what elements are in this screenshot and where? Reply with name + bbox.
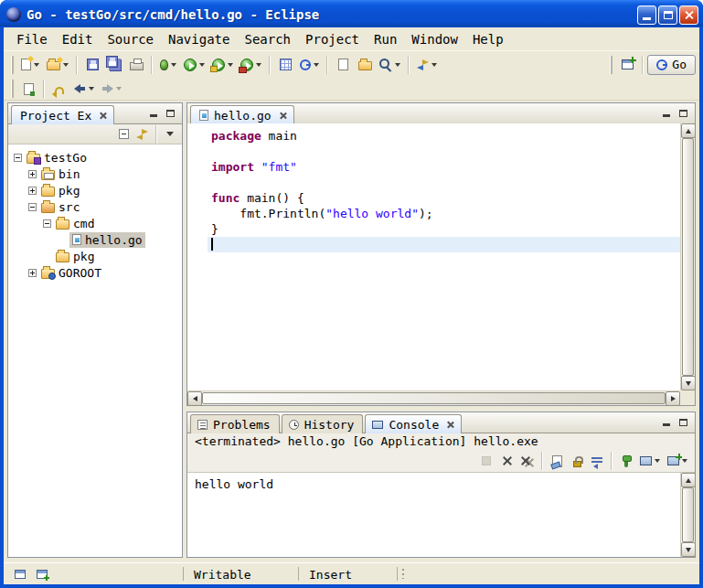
tab-hello-go[interactable]: hello.go — [190, 105, 294, 124]
tab-history[interactable]: History — [282, 414, 364, 433]
team-sync-button[interactable] — [413, 54, 441, 76]
toolbar-grip[interactable] — [11, 56, 14, 74]
minimize-view-button[interactable] — [145, 106, 161, 120]
new-go-app-button[interactable] — [274, 54, 296, 76]
display-console-button[interactable] — [636, 451, 664, 471]
collapse-all-button[interactable] — [114, 125, 133, 144]
tree-item-bin[interactable]: bin — [8, 166, 182, 182]
save-all-button[interactable] — [103, 54, 125, 76]
tab-problems[interactable]: Problems — [190, 414, 280, 433]
tab-console[interactable]: Console — [365, 414, 462, 433]
titlebar[interactable]: Go - testGo/src/cmd/hello.go - Eclipse — [0, 0, 703, 27]
external-tools-button[interactable] — [237, 54, 265, 76]
maximize-view-button[interactable] — [676, 106, 691, 120]
toolbar-grip[interactable] — [11, 80, 14, 98]
maximize-view-button[interactable] — [676, 415, 691, 429]
save-button[interactable] — [81, 54, 103, 76]
editor-vscrollbar[interactable] — [680, 123, 695, 390]
tree-item-goroot[interactable]: GOROOT — [8, 264, 182, 281]
remove-launch-button[interactable] — [496, 451, 517, 471]
scroll-lock-button[interactable] — [567, 451, 587, 471]
maximize-view-icon — [679, 419, 687, 426]
remove-all-launches-button[interactable] — [517, 451, 538, 471]
tree-expander-icon[interactable] — [28, 269, 37, 277]
close-tab-icon[interactable] — [279, 112, 287, 120]
run-last-button[interactable] — [208, 54, 237, 76]
tree-item-content: bin — [40, 166, 82, 182]
code-token: func — [211, 191, 240, 205]
code-line: func main() { — [208, 190, 680, 206]
tree-expander-icon[interactable] — [14, 154, 22, 162]
tab-project-explorer[interactable]: Project Ex — [11, 105, 114, 124]
menu-item-project[interactable]: Project — [298, 30, 367, 48]
open-folder-button[interactable] — [354, 54, 376, 76]
editor-hscrollbar[interactable] — [187, 390, 680, 405]
open-perspective-button[interactable] — [616, 54, 638, 76]
minimize-window-button[interactable] — [637, 5, 656, 25]
goclipse-button[interactable] — [296, 54, 323, 76]
close-tab-icon[interactable] — [99, 112, 107, 120]
pin-console-button[interactable] — [616, 451, 636, 471]
view-menu-button[interactable] — [161, 125, 179, 144]
menu-item-edit[interactable]: Edit — [55, 30, 101, 48]
fast-view-button[interactable] — [9, 564, 31, 583]
tree-item-content: cmd — [55, 216, 97, 231]
pin-console-icon — [624, 459, 628, 467]
menu-item-help[interactable]: Help — [465, 30, 511, 48]
scroll-up-button[interactable] — [681, 473, 696, 487]
print-button[interactable] — [125, 54, 147, 76]
scroll-thumb[interactable] — [682, 138, 694, 376]
back-button[interactable] — [70, 78, 98, 100]
code-area[interactable]: package mainimport "fmt"func main() { fm… — [208, 123, 680, 390]
scroll-thumb[interactable] — [682, 487, 694, 542]
link-with-editor-button[interactable] — [133, 125, 152, 144]
open-console-button[interactable] — [664, 451, 691, 471]
go-perspective-button[interactable]: Go — [647, 55, 696, 75]
debug-icon — [160, 59, 168, 70]
minimize-view-button[interactable] — [658, 415, 674, 429]
maximize-view-button[interactable] — [163, 106, 178, 120]
word-wrap-button[interactable] — [587, 451, 607, 471]
close-tab-icon[interactable] — [446, 421, 454, 429]
perspective-label: Go — [672, 58, 687, 71]
tree-item-cmd[interactable]: cmd — [8, 215, 182, 231]
menu-item-search[interactable]: Search — [237, 30, 298, 48]
scroll-right-button[interactable] — [666, 391, 680, 406]
tree-item-hello-go[interactable]: hello.go — [8, 231, 182, 248]
debug-button[interactable] — [156, 54, 180, 76]
search-button[interactable] — [376, 54, 404, 76]
tree-expander-icon[interactable] — [43, 219, 51, 228]
tree-expander-icon[interactable] — [28, 170, 37, 178]
open-resource-button[interactable] — [332, 54, 354, 76]
last-edit-location-button[interactable] — [48, 78, 70, 100]
toolbar-grip[interactable] — [610, 56, 612, 74]
tree-expander-icon[interactable] — [28, 187, 37, 195]
clear-console-button[interactable] — [547, 451, 567, 471]
menu-item-window[interactable]: Window — [404, 30, 465, 48]
pin-editor-button[interactable] — [17, 78, 39, 100]
menu-item-file[interactable]: File — [9, 30, 55, 48]
trim-stack-button[interactable] — [31, 564, 53, 583]
run-button[interactable] — [180, 54, 208, 76]
editor-body[interactable]: package mainimport "fmt"func main() { fm… — [187, 123, 695, 405]
new-folder-button[interactable] — [43, 54, 72, 76]
close-window-button[interactable] — [679, 5, 698, 25]
tree-expander-icon[interactable] — [28, 203, 37, 211]
scroll-thumb[interactable] — [202, 392, 666, 404]
menu-item-run[interactable]: Run — [367, 30, 404, 48]
scroll-up-button[interactable] — [681, 123, 696, 138]
scroll-left-button[interactable] — [187, 391, 202, 406]
tree-item-testgo[interactable]: testGo — [8, 149, 182, 166]
scroll-down-button[interactable] — [681, 542, 696, 557]
tree-item-pkg[interactable]: pkg — [8, 182, 182, 198]
scroll-down-button[interactable] — [681, 376, 696, 390]
menu-item-navigate[interactable]: Navigate — [161, 30, 237, 48]
console-output[interactable]: hello world — [187, 472, 695, 557]
maximize-window-button[interactable] — [658, 5, 677, 25]
menu-item-source[interactable]: Source — [100, 30, 161, 48]
new-wizard-button[interactable] — [17, 54, 43, 76]
minimize-view-button[interactable] — [658, 106, 674, 120]
tree-item-pkg[interactable]: pkg — [8, 248, 182, 264]
console-vscrollbar[interactable] — [680, 473, 695, 557]
tree-item-src[interactable]: src — [8, 198, 182, 215]
